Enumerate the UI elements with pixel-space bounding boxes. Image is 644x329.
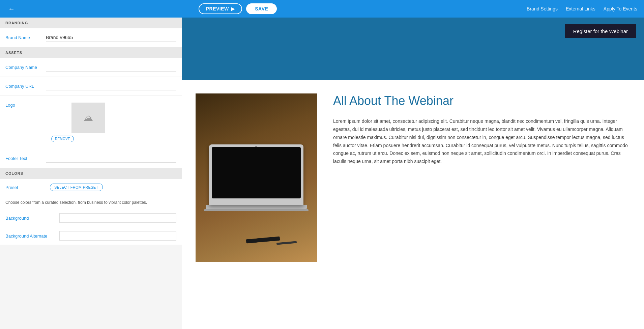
nav-center-buttons: PREVIEW ▶ SAVE: [22, 3, 454, 14]
laptop-body: [209, 144, 303, 205]
laptop-screen: [212, 147, 301, 198]
background-label: Background: [5, 216, 59, 221]
background-alternate-label: Background Alternate: [5, 234, 59, 239]
nav-link-brand-settings[interactable]: Brand Settings: [527, 6, 558, 11]
brand-name-row: Brand Name Brand #9665: [0, 28, 182, 47]
pen: [276, 241, 297, 245]
company-name-label: Company Name: [5, 65, 46, 70]
main-layout: BRANDING Brand Name Brand #9665 ASSETS C…: [0, 18, 644, 329]
company-url-label: Company URL: [5, 84, 46, 89]
laptop-container: [204, 144, 309, 211]
preview-content: All About The Webinar Lorem ipsum dolor …: [182, 80, 644, 276]
preview-arrow-icon: ▶: [231, 6, 235, 11]
left-panel: BRANDING Brand Name Brand #9665 ASSETS C…: [0, 18, 182, 329]
preview-text-section: All About The Webinar Lorem ipsum dolor …: [333, 93, 631, 166]
register-button[interactable]: Register for the Webinar: [565, 24, 636, 38]
background-alternate-color-input[interactable]: [59, 231, 176, 241]
brand-name-label: Brand Name: [5, 35, 46, 40]
nav-links: Brand Settings External Links Apply To E…: [527, 6, 637, 11]
preview-label: PREVIEW: [206, 6, 229, 11]
company-url-row: Company URL: [0, 77, 182, 96]
laptop-hinge: [204, 209, 309, 211]
right-preview-panel: Register for the Webinar: [182, 18, 644, 329]
background-alternate-row: Background Alternate: [0, 227, 182, 245]
image-placeholder-icon: ⛰: [84, 112, 93, 124]
back-icon: ←: [8, 5, 15, 12]
brand-name-value: Brand #9665: [46, 33, 176, 42]
remove-logo-button[interactable]: REMOVE: [51, 136, 74, 142]
company-name-row: Company Name: [0, 58, 182, 77]
preview-image: [196, 93, 317, 262]
logo-field: Logo ⛰ REMOVE: [0, 96, 182, 149]
back-button[interactable]: ←: [7, 4, 16, 14]
branding-section-header: BRANDING: [0, 18, 182, 28]
footer-text-label: Footer Text: [5, 156, 46, 161]
logo-placeholder: ⛰: [71, 103, 105, 133]
company-name-input[interactable]: [46, 63, 176, 72]
assets-section-header: ASSETS: [0, 47, 182, 58]
top-nav: ← PREVIEW ▶ SAVE Brand Settings External…: [0, 0, 644, 18]
logo-upload-area[interactable]: ⛰ REMOVE: [51, 103, 105, 142]
nav-link-apply-to-events[interactable]: Apply To Events: [604, 6, 637, 11]
company-url-input[interactable]: [46, 82, 176, 90]
preview-button[interactable]: PREVIEW ▶: [199, 3, 242, 14]
footer-text-input[interactable]: [46, 154, 176, 163]
notebook: [246, 237, 280, 244]
colors-section-header: COLORS: [0, 168, 182, 179]
background-color-input[interactable]: [59, 213, 176, 223]
webinar-title: All About The Webinar: [333, 93, 631, 108]
nav-link-external-links[interactable]: External Links: [566, 6, 595, 11]
preset-label: Preset: [5, 185, 46, 190]
preview-hero: Register for the Webinar: [182, 18, 644, 80]
logo-label: Logo: [5, 103, 46, 108]
preset-row: Preset SELECT FROM PRESET: [0, 179, 182, 196]
preset-description: Choose colors from a curated selection, …: [0, 196, 182, 209]
laptop-base: [206, 205, 307, 209]
footer-text-row: Footer Text: [0, 149, 182, 168]
background-row: Background: [0, 209, 182, 227]
select-from-preset-button[interactable]: SELECT FROM PRESET: [50, 184, 103, 191]
webinar-body-text: Lorem ipsum dolor sit amet, consectetur …: [333, 117, 631, 166]
save-button[interactable]: SAVE: [246, 3, 277, 14]
